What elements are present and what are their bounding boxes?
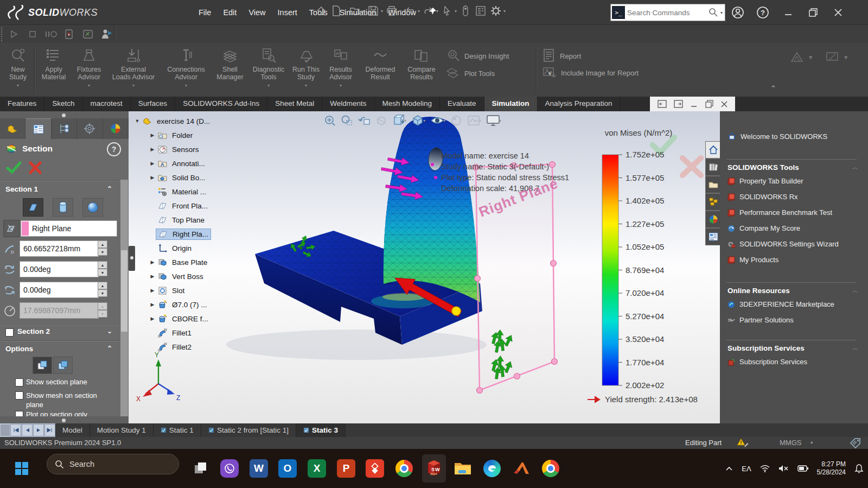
battery-icon[interactable] [797,465,808,472]
expand-section2-icon[interactable]: ⌄ [107,327,112,335]
task-view-icon[interactable] [189,454,213,483]
expander-icon[interactable]: ▶ [149,175,156,180]
offset-spinner[interactable]: ▲▼ [98,240,107,256]
task-list-icon[interactable] [474,4,487,18]
dropdown-icon[interactable]: ▾ [17,82,19,90]
dropdown-icon[interactable]: ▾ [267,82,270,90]
undo-icon[interactable] [404,4,417,18]
expander-icon[interactable]: ▶ [149,147,156,152]
x-rotation-field[interactable] [20,261,99,277]
panel-scrollbar[interactable] [120,180,128,416]
include-image-for-report-button[interactable]: Include Image for Report [542,66,639,80]
tree-item-right-plane[interactable]: Right Pla... [149,227,211,240]
options-header[interactable]: Options [5,345,33,353]
tree-item-material[interactable]: Material ... [149,185,208,198]
custom-properties-tab[interactable] [705,228,720,245]
static-3-tab[interactable]: Static 3 [296,423,346,437]
tab-solidworks-add-ins[interactable]: SOLIDWORKS Add-Ins [175,97,267,111]
flyout-tool-2-icon[interactable]: ▾ [825,49,848,65]
units-label[interactable]: MMGS [780,439,801,447]
new-macro-icon[interactable] [62,27,77,42]
search-icon[interactable] [709,8,718,17]
menu-file[interactable]: File [193,8,217,17]
configurationmanager-tab[interactable] [52,118,77,139]
doc-close-icon[interactable] [720,100,728,108]
tree-item-solid-bodies[interactable]: ▶ Solid Bo... [149,171,208,184]
tab-splitter-handle[interactable] [1,424,10,436]
tray-expand-icon[interactable] [725,466,733,471]
panel-scrollbar-thumb[interactable] [121,250,127,332]
x-rotation-input[interactable] [20,264,98,274]
tab-weldments[interactable]: Weldments [322,97,374,111]
tree-item-folder[interactable]: ▶ Folder [149,129,195,142]
show-section-plane-checkbox[interactable] [15,378,23,386]
tree-item-annotations[interactable]: ▶ A Annotati... [149,157,207,170]
section1-header[interactable]: Section 1 [5,185,38,193]
subscription-services-link[interactable]: Subscription Services [727,358,807,366]
macro-stop-icon[interactable] [25,27,40,42]
dropdown-icon[interactable]: ▾ [305,82,307,90]
dropdown-icon[interactable]: ▾ [340,82,342,90]
subscription-services-section[interactable]: Subscription Services [727,344,805,352]
tab-sheet-metal[interactable]: Sheet Metal [267,97,322,111]
redo-icon[interactable] [422,4,435,18]
collapse-options-icon[interactable]: ⌃ [107,345,112,352]
appearances-scenes-tab[interactable] [705,211,720,228]
taskbar-search[interactable]: Search [47,454,179,474]
open-dropdown-icon[interactable]: ▾ [362,9,365,14]
tree-item-root[interactable]: ▼ exercise 14 (D... [134,115,212,128]
results-advisor-button[interactable]: ResultsAdvisor ▾ [324,45,358,94]
chrome-icon[interactable] [392,454,416,483]
collapse-section-icon[interactable]: ︿ [852,287,858,295]
select-icon[interactable] [441,4,454,18]
clock[interactable]: 8:27 PM 5/28/2024 [817,460,846,477]
macro-pause-record-icon[interactable] [43,27,59,42]
new-document-icon[interactable] [330,4,343,18]
tree-item-fillet1[interactable]: Fillet1 [149,326,194,339]
reference-plane-field[interactable] [21,220,117,237]
show-mesh-checkbox[interactable] [15,391,23,400]
fixtures-advisor-button[interactable]: FixturesAdvisor ▾ [72,45,106,94]
next-tab-button[interactable] [33,424,44,436]
featuremanager-tab[interactable] [0,118,25,139]
view-orientation-icon[interactable]: ▾ [392,114,406,127]
panel-resize-bottom[interactable] [0,416,129,423]
tree-item-label[interactable]: Folder [170,130,195,141]
x-rotation-spinner[interactable]: ▲▼ [98,261,107,276]
partner-solutions-link[interactable]: Partner Solutions [727,316,794,324]
section-cap-button[interactable] [33,357,52,374]
close-button[interactable] [830,4,846,21]
pane-right-icon[interactable] [674,100,683,108]
static-1-tab[interactable]: Static 1 [154,423,201,437]
doc-minimize-icon[interactable] [690,100,698,108]
panel-help-icon[interactable]: ? [107,142,121,156]
online-resources-section[interactable]: Online Resources [727,287,790,295]
wifi-icon[interactable] [760,465,770,472]
displaymanager-tab[interactable] [103,118,129,139]
select-dropdown-icon[interactable]: ▾ [455,9,457,14]
edit-macro-icon[interactable] [80,27,95,42]
tree-item-label[interactable]: Top Plane [170,215,207,225]
save-dropdown-icon[interactable]: ▾ [381,9,383,14]
tree-item-label[interactable]: Front Pla... [170,201,210,211]
expander-icon[interactable]: ▶ [149,132,156,138]
command-search[interactable]: >_ ▾ [610,4,725,21]
tree-item-sensors[interactable]: ▶ Sensors [149,143,201,156]
expander-icon[interactable]: ▶ [149,316,156,321]
my-products-link[interactable]: My Products [727,256,778,264]
previous-view-icon[interactable] [358,115,371,126]
save-icon[interactable] [367,4,380,18]
motion-study-1-tab[interactable]: Motion Study 1 [90,423,154,437]
zoom-to-area-icon[interactable] [341,115,353,126]
minimize-button[interactable] [780,4,796,21]
tree-item-origin[interactable]: Origin [149,242,194,255]
tab-macrotest[interactable]: macrotest [83,97,131,111]
cylindrical-section-button[interactable] [53,198,73,217]
section-view-icon[interactable] [375,115,387,126]
options-gear-icon[interactable] [489,4,502,18]
first-tab-button[interactable] [10,424,21,436]
zoom-to-fit-icon[interactable] [324,115,336,126]
shell-manager-button[interactable]: ShellManager [212,45,248,94]
tag-icon[interactable] [850,438,861,450]
collapse-ribbon-icon[interactable]: ⌃ [770,84,776,92]
